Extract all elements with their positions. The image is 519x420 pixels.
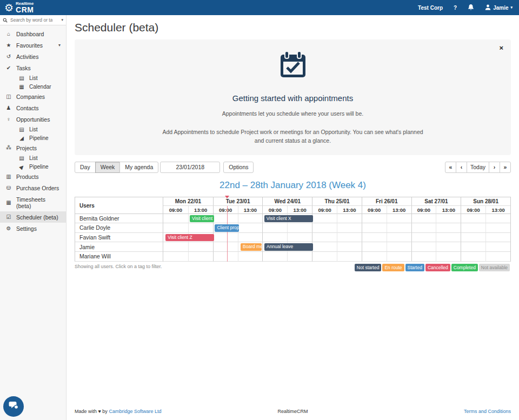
terms-link[interactable]: Terms and Conditions (464, 409, 511, 414)
sidebar-item-projects-list[interactable]: ▤List (0, 154, 66, 162)
schedule-cell[interactable] (461, 252, 485, 262)
sidebar-item-tasks-calendar[interactable]: ▦Calendar (0, 82, 66, 91)
schedule-cell[interactable] (485, 242, 510, 252)
sidebar-item-tasks-list[interactable]: ▤List (0, 74, 66, 82)
schedule-cell[interactable] (262, 233, 287, 243)
search-input[interactable] (9, 17, 54, 23)
date-input[interactable] (160, 162, 220, 173)
schedule-cell[interactable] (213, 252, 238, 262)
schedule-cell[interactable] (485, 214, 510, 224)
sidebar-item-dashboard[interactable]: ⌂Dashboard (0, 28, 66, 39)
sidebar-item-products[interactable]: ▥Products (0, 171, 66, 182)
sidebar-item-activities[interactable]: ↺Activities (0, 51, 66, 62)
company-link[interactable]: Test Corp (418, 5, 443, 11)
schedule-cell[interactable] (387, 252, 411, 262)
sidebar-item-opportunities-pipeline[interactable]: ◢Pipeline (0, 134, 66, 142)
schedule-cell[interactable] (362, 252, 387, 262)
schedule-cell[interactable] (337, 223, 362, 233)
sidebar-item-settings[interactable]: ⚙Settings (0, 223, 66, 234)
schedule-cell[interactable] (238, 223, 263, 233)
schedule-cell[interactable] (188, 242, 213, 252)
schedule-cell[interactable] (188, 223, 213, 233)
options-button[interactable]: Options (223, 162, 254, 173)
prev-week-button[interactable]: ‹ (456, 162, 467, 173)
close-icon[interactable]: × (498, 43, 504, 53)
schedule-cell[interactable] (213, 214, 238, 224)
appointment-block[interactable]: Visit client X (264, 215, 314, 223)
sidebar-item-favourites[interactable]: ★Favourites▾ (0, 39, 66, 51)
today-button[interactable]: Today (467, 162, 489, 173)
schedule-cell[interactable] (287, 223, 312, 233)
schedule-cell[interactable] (238, 214, 263, 224)
schedule-cell[interactable] (312, 214, 337, 224)
next-week-button[interactable]: › (489, 162, 500, 173)
view-week-button[interactable]: Week (95, 162, 121, 173)
help-link[interactable]: ? (454, 5, 457, 11)
schedule-cell[interactable] (436, 233, 461, 243)
schedule-cell[interactable] (387, 233, 411, 243)
schedule-cell[interactable] (287, 233, 312, 243)
sidebar-item-scheduler[interactable]: ☑Scheduler (beta) (0, 211, 66, 223)
schedule-cell[interactable] (312, 223, 337, 233)
schedule-cell[interactable] (337, 233, 362, 243)
schedule-cell[interactable] (461, 223, 485, 233)
appointment-block[interactable]: Visit client Y (190, 215, 214, 223)
schedule-cell[interactable] (411, 242, 436, 252)
first-week-button[interactable]: « (445, 162, 456, 173)
sidebar-item-companies[interactable]: ◫Companies (0, 91, 66, 102)
schedule-cell[interactable] (337, 214, 362, 224)
schedule-cell[interactable] (411, 233, 436, 243)
schedule-cell[interactable] (163, 252, 188, 262)
schedule-cell[interactable] (337, 242, 362, 252)
schedule-cell[interactable] (411, 214, 436, 224)
schedule-cell[interactable] (461, 233, 485, 243)
appointment-block[interactable]: Visit client Z (165, 234, 214, 242)
view-day-button[interactable]: Day (75, 162, 96, 173)
sidebar-item-projects-pipeline[interactable]: ▶Pipeline (0, 162, 66, 171)
schedule-cell[interactable] (387, 223, 411, 233)
schedule-cell[interactable] (436, 214, 461, 224)
schedule-cell[interactable] (188, 252, 213, 262)
schedule-cell[interactable] (362, 214, 387, 224)
schedule-cell[interactable] (485, 252, 510, 262)
schedule-cell[interactable] (485, 233, 510, 243)
schedule-cell[interactable] (387, 214, 411, 224)
appointment-block[interactable]: Board meeting (241, 243, 262, 251)
schedule-cell[interactable] (312, 252, 337, 262)
sidebar-item-contacts[interactable]: ♟Contacts (0, 102, 66, 114)
schedule-cell[interactable] (362, 233, 387, 243)
schedule-cell[interactable] (163, 242, 188, 252)
chat-button[interactable] (3, 396, 24, 417)
sidebar-item-projects[interactable]: ⁂Projects (0, 142, 66, 154)
schedule-cell[interactable] (461, 242, 485, 252)
schedule-cell[interactable] (163, 223, 188, 233)
sidebar-item-opportunities[interactable]: ♀Opportunities (0, 114, 66, 125)
schedule-cell[interactable] (287, 252, 312, 262)
schedule-cell[interactable] (238, 233, 263, 243)
sidebar-item-tasks[interactable]: ✔Tasks (0, 62, 66, 74)
schedule-cell[interactable] (461, 214, 485, 224)
sidebar-item-purchase-orders[interactable]: ⛁Purchase Orders (0, 182, 66, 194)
schedule-cell[interactable] (238, 252, 263, 262)
sidebar-item-opportunities-list[interactable]: ▤List (0, 125, 66, 134)
schedule-cell[interactable] (213, 233, 238, 243)
schedule-cell[interactable] (262, 252, 287, 262)
appointment-block[interactable]: Client proposal (215, 224, 238, 232)
schedule-cell[interactable] (411, 252, 436, 262)
company-footer-link[interactable]: Cambridge Software Ltd (109, 409, 161, 414)
schedule-cell[interactable] (411, 223, 436, 233)
sidebar-search[interactable]: ▾ (0, 15, 66, 25)
schedule-cell[interactable] (362, 223, 387, 233)
schedule-cell[interactable] (312, 233, 337, 243)
schedule-cell[interactable] (387, 242, 411, 252)
appointment-block[interactable]: Annual leave (264, 243, 313, 251)
notifications-link[interactable] (468, 4, 474, 12)
view-my-agenda-button[interactable]: My agenda (119, 162, 158, 173)
last-week-button[interactable]: » (500, 162, 511, 173)
schedule-cell[interactable] (312, 242, 337, 252)
user-menu[interactable]: Jamie ▾ (485, 4, 513, 11)
schedule-cell[interactable] (436, 242, 461, 252)
schedule-cell[interactable] (213, 242, 238, 252)
schedule-cell[interactable] (163, 214, 188, 224)
app-logo[interactable]: ⚙ Realtime CRM (4, 2, 34, 14)
